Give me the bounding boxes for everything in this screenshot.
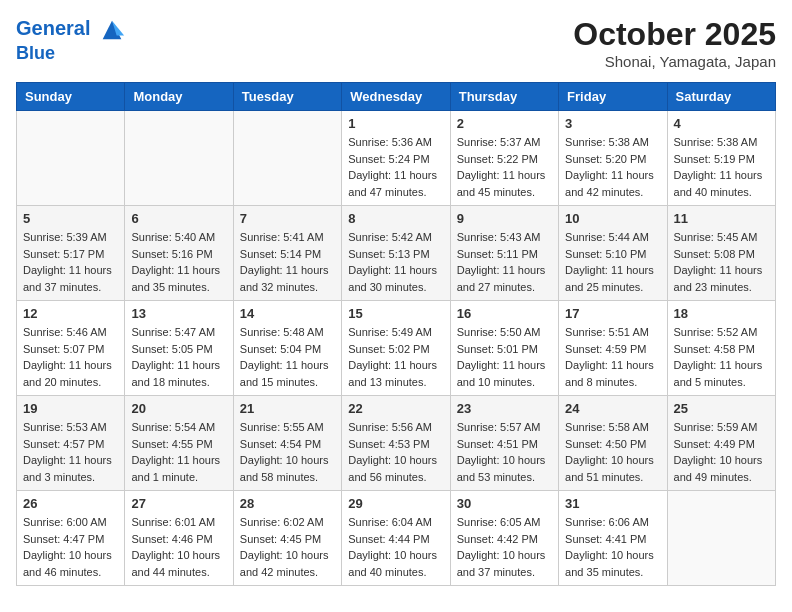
weekday-header: Sunday xyxy=(17,83,125,111)
calendar-cell: 17Sunrise: 5:51 AMSunset: 4:59 PMDayligh… xyxy=(559,301,667,396)
calendar-cell: 29Sunrise: 6:04 AMSunset: 4:44 PMDayligh… xyxy=(342,491,450,586)
day-info: Sunrise: 5:40 AMSunset: 5:16 PMDaylight:… xyxy=(131,229,226,295)
day-number: 21 xyxy=(240,401,335,416)
weekday-header: Monday xyxy=(125,83,233,111)
calendar-cell xyxy=(125,111,233,206)
calendar-cell: 12Sunrise: 5:46 AMSunset: 5:07 PMDayligh… xyxy=(17,301,125,396)
day-info: Sunrise: 5:57 AMSunset: 4:51 PMDaylight:… xyxy=(457,419,552,485)
day-info: Sunrise: 5:56 AMSunset: 4:53 PMDaylight:… xyxy=(348,419,443,485)
day-info: Sunrise: 5:58 AMSunset: 4:50 PMDaylight:… xyxy=(565,419,660,485)
day-info: Sunrise: 5:36 AMSunset: 5:24 PMDaylight:… xyxy=(348,134,443,200)
calendar-cell: 25Sunrise: 5:59 AMSunset: 4:49 PMDayligh… xyxy=(667,396,775,491)
calendar-subtitle: Shonai, Yamagata, Japan xyxy=(573,53,776,70)
day-info: Sunrise: 5:46 AMSunset: 5:07 PMDaylight:… xyxy=(23,324,118,390)
calendar-cell: 11Sunrise: 5:45 AMSunset: 5:08 PMDayligh… xyxy=(667,206,775,301)
day-number: 4 xyxy=(674,116,769,131)
day-number: 3 xyxy=(565,116,660,131)
calendar-row: 26Sunrise: 6:00 AMSunset: 4:47 PMDayligh… xyxy=(17,491,776,586)
calendar-cell: 8Sunrise: 5:42 AMSunset: 5:13 PMDaylight… xyxy=(342,206,450,301)
day-number: 12 xyxy=(23,306,118,321)
calendar-row: 1Sunrise: 5:36 AMSunset: 5:24 PMDaylight… xyxy=(17,111,776,206)
calendar-cell xyxy=(667,491,775,586)
day-number: 1 xyxy=(348,116,443,131)
weekday-header: Thursday xyxy=(450,83,558,111)
calendar-row: 19Sunrise: 5:53 AMSunset: 4:57 PMDayligh… xyxy=(17,396,776,491)
calendar-cell xyxy=(17,111,125,206)
day-info: Sunrise: 5:48 AMSunset: 5:04 PMDaylight:… xyxy=(240,324,335,390)
logo-blue: Blue xyxy=(16,44,126,64)
day-info: Sunrise: 5:38 AMSunset: 5:19 PMDaylight:… xyxy=(674,134,769,200)
calendar-cell: 21Sunrise: 5:55 AMSunset: 4:54 PMDayligh… xyxy=(233,396,341,491)
day-info: Sunrise: 5:45 AMSunset: 5:08 PMDaylight:… xyxy=(674,229,769,295)
weekday-header: Tuesday xyxy=(233,83,341,111)
day-number: 16 xyxy=(457,306,552,321)
day-number: 19 xyxy=(23,401,118,416)
calendar-cell: 18Sunrise: 5:52 AMSunset: 4:58 PMDayligh… xyxy=(667,301,775,396)
day-info: Sunrise: 6:06 AMSunset: 4:41 PMDaylight:… xyxy=(565,514,660,580)
day-info: Sunrise: 5:51 AMSunset: 4:59 PMDaylight:… xyxy=(565,324,660,390)
day-number: 30 xyxy=(457,496,552,511)
calendar-cell: 19Sunrise: 5:53 AMSunset: 4:57 PMDayligh… xyxy=(17,396,125,491)
day-number: 27 xyxy=(131,496,226,511)
title-block: October 2025 Shonai, Yamagata, Japan xyxy=(573,16,776,70)
day-number: 15 xyxy=(348,306,443,321)
day-info: Sunrise: 5:49 AMSunset: 5:02 PMDaylight:… xyxy=(348,324,443,390)
calendar-cell: 2Sunrise: 5:37 AMSunset: 5:22 PMDaylight… xyxy=(450,111,558,206)
day-info: Sunrise: 5:54 AMSunset: 4:55 PMDaylight:… xyxy=(131,419,226,485)
calendar-cell: 7Sunrise: 5:41 AMSunset: 5:14 PMDaylight… xyxy=(233,206,341,301)
calendar-cell: 23Sunrise: 5:57 AMSunset: 4:51 PMDayligh… xyxy=(450,396,558,491)
logo-text: General xyxy=(16,16,126,44)
weekday-header: Friday xyxy=(559,83,667,111)
calendar-cell: 3Sunrise: 5:38 AMSunset: 5:20 PMDaylight… xyxy=(559,111,667,206)
day-number: 29 xyxy=(348,496,443,511)
day-number: 26 xyxy=(23,496,118,511)
calendar-cell: 14Sunrise: 5:48 AMSunset: 5:04 PMDayligh… xyxy=(233,301,341,396)
calendar-cell: 9Sunrise: 5:43 AMSunset: 5:11 PMDaylight… xyxy=(450,206,558,301)
day-number: 20 xyxy=(131,401,226,416)
calendar-cell: 10Sunrise: 5:44 AMSunset: 5:10 PMDayligh… xyxy=(559,206,667,301)
day-info: Sunrise: 6:02 AMSunset: 4:45 PMDaylight:… xyxy=(240,514,335,580)
calendar-cell: 20Sunrise: 5:54 AMSunset: 4:55 PMDayligh… xyxy=(125,396,233,491)
day-number: 2 xyxy=(457,116,552,131)
day-number: 25 xyxy=(674,401,769,416)
calendar-title: October 2025 xyxy=(573,16,776,53)
day-info: Sunrise: 5:42 AMSunset: 5:13 PMDaylight:… xyxy=(348,229,443,295)
weekday-header: Saturday xyxy=(667,83,775,111)
day-info: Sunrise: 5:59 AMSunset: 4:49 PMDaylight:… xyxy=(674,419,769,485)
calendar-row: 5Sunrise: 5:39 AMSunset: 5:17 PMDaylight… xyxy=(17,206,776,301)
calendar-cell: 31Sunrise: 6:06 AMSunset: 4:41 PMDayligh… xyxy=(559,491,667,586)
day-info: Sunrise: 5:41 AMSunset: 5:14 PMDaylight:… xyxy=(240,229,335,295)
day-info: Sunrise: 5:39 AMSunset: 5:17 PMDaylight:… xyxy=(23,229,118,295)
day-info: Sunrise: 6:04 AMSunset: 4:44 PMDaylight:… xyxy=(348,514,443,580)
calendar-cell: 26Sunrise: 6:00 AMSunset: 4:47 PMDayligh… xyxy=(17,491,125,586)
calendar-cell xyxy=(233,111,341,206)
day-info: Sunrise: 5:44 AMSunset: 5:10 PMDaylight:… xyxy=(565,229,660,295)
calendar-cell: 6Sunrise: 5:40 AMSunset: 5:16 PMDaylight… xyxy=(125,206,233,301)
day-info: Sunrise: 5:38 AMSunset: 5:20 PMDaylight:… xyxy=(565,134,660,200)
day-number: 11 xyxy=(674,211,769,226)
day-info: Sunrise: 6:05 AMSunset: 4:42 PMDaylight:… xyxy=(457,514,552,580)
day-number: 10 xyxy=(565,211,660,226)
calendar-row: 12Sunrise: 5:46 AMSunset: 5:07 PMDayligh… xyxy=(17,301,776,396)
day-number: 5 xyxy=(23,211,118,226)
day-info: Sunrise: 5:52 AMSunset: 4:58 PMDaylight:… xyxy=(674,324,769,390)
calendar-cell: 24Sunrise: 5:58 AMSunset: 4:50 PMDayligh… xyxy=(559,396,667,491)
day-info: Sunrise: 5:47 AMSunset: 5:05 PMDaylight:… xyxy=(131,324,226,390)
calendar-cell: 1Sunrise: 5:36 AMSunset: 5:24 PMDaylight… xyxy=(342,111,450,206)
calendar-table: SundayMondayTuesdayWednesdayThursdayFrid… xyxy=(16,82,776,586)
day-number: 14 xyxy=(240,306,335,321)
day-info: Sunrise: 6:01 AMSunset: 4:46 PMDaylight:… xyxy=(131,514,226,580)
calendar-cell: 5Sunrise: 5:39 AMSunset: 5:17 PMDaylight… xyxy=(17,206,125,301)
calendar-cell: 22Sunrise: 5:56 AMSunset: 4:53 PMDayligh… xyxy=(342,396,450,491)
logo-general: General xyxy=(16,17,90,39)
day-number: 23 xyxy=(457,401,552,416)
logo: General Blue xyxy=(16,16,126,64)
day-info: Sunrise: 5:55 AMSunset: 4:54 PMDaylight:… xyxy=(240,419,335,485)
calendar-cell: 15Sunrise: 5:49 AMSunset: 5:02 PMDayligh… xyxy=(342,301,450,396)
day-number: 24 xyxy=(565,401,660,416)
calendar-cell: 13Sunrise: 5:47 AMSunset: 5:05 PMDayligh… xyxy=(125,301,233,396)
day-info: Sunrise: 5:50 AMSunset: 5:01 PMDaylight:… xyxy=(457,324,552,390)
day-number: 9 xyxy=(457,211,552,226)
day-number: 22 xyxy=(348,401,443,416)
logo-icon xyxy=(98,16,126,44)
